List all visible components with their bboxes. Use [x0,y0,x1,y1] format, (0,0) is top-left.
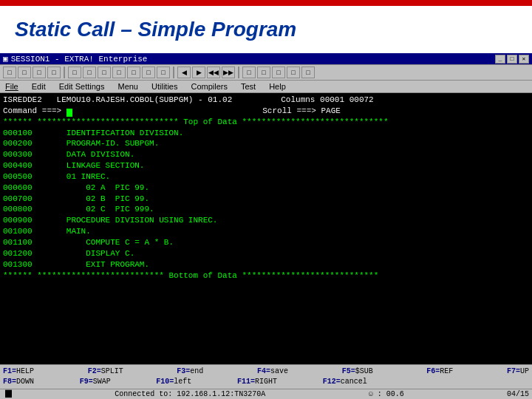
toolbar-btn-20[interactable]: □ [301,66,315,78]
toolbar-btn-1[interactable]: □ [3,66,16,78]
fkey-f11[interactable]: F11=RIGHT [237,377,277,387]
fkey-f10[interactable]: F10=left [156,377,191,387]
fkey-f5[interactable]: F5=$SUB [342,366,373,377]
fkey-f9[interactable]: F9=SWAP [80,377,111,387]
code-line-10: 001000 MAIN. [3,226,529,237]
connected-text: Connected to: 192.168.1.12:TN3270A [115,390,265,398]
toolbar-btn-3[interactable]: □ [33,66,46,78]
code-line-6: 000600 02 A PIC 99. [3,183,529,194]
code-line-9: 000900 PROCEDURE DIVISION USING INREC. [3,215,529,226]
fkey-f1[interactable]: F1=HELP [3,366,34,377]
separator-top: ****** ***************************** Top… [3,117,529,128]
fkey-f6[interactable]: F6=REF [426,366,453,377]
toolbar-btn-8[interactable]: □ [112,66,126,78]
code-line-1: 000100 IDENTIFICATION DIVISION. [3,128,529,139]
code-line-7: 000700 02 B PIC 99. [3,194,529,205]
toolbar-btn-16[interactable]: □ [242,66,256,78]
maximize-button[interactable]: □ [507,55,517,64]
menu-utilities[interactable]: Utilities [149,81,180,92]
toolbar-btn-19[interactable]: □ [287,66,300,78]
toolbar-btn-5[interactable]: □ [68,66,81,78]
toolbar-btn-9[interactable]: □ [127,66,140,78]
menu-bar: File Edit Edit Settings Menu Utilities C… [0,81,532,93]
toolbar-separator-2 [173,66,174,78]
toolbar-separator-3 [238,66,239,78]
close-button[interactable]: ✕ [519,55,529,64]
menu-test[interactable]: Test [239,81,258,92]
toolbar-btn-10[interactable]: □ [142,66,155,78]
status-bar: ▐█ Connected to: 192.168.1.12:TN3270A ☺ … [0,389,532,399]
menu-file[interactable]: File [3,81,21,92]
toolbar-btn-15[interactable]: ▶▶ [222,66,235,78]
fkey-f7[interactable]: F7=UP [507,366,529,377]
slide-title: Static Call – Simple Program [15,18,296,41]
window-controls[interactable]: _ □ ✕ [495,55,529,64]
separator-bottom: ****** ************************** Bottom… [3,270,529,282]
toolbar-btn-18[interactable]: □ [272,66,285,78]
toolbar-btn-12[interactable]: ◀ [177,66,191,78]
menu-edit[interactable]: Edit [30,81,48,92]
code-line-3: 000300 DATA DIVISION. [3,149,529,160]
fkey-blank-2 [494,377,529,387]
window-title-left: ▣ SESSION1 - EXTRA! Enterprise [3,54,147,64]
code-line-8: 000800 02 C PIC 999. [3,204,529,215]
fkey-row-2: F8=DOWN F9=SWAP F10=left F11=RIGHT F12=c… [3,377,529,387]
menu-edit-settings[interactable]: Edit Settings [57,81,107,92]
toolbar-btn-6[interactable]: □ [83,66,96,78]
code-line-4: 000400 LINKAGE SECTION. [3,160,529,171]
fkey-area: F1=HELP F2=SPLIT F3=end F4=save F5=$SUB … [0,364,532,389]
command-line[interactable]: Command ===> Scroll ===> PAGE [3,106,529,117]
title-area: Static Call – Simple Program [0,0,532,53]
menu-compilers[interactable]: Compilers [188,81,230,92]
window-title-text: SESSION1 - EXTRA! Enterprise [11,55,148,64]
toolbar-btn-7[interactable]: □ [98,66,111,78]
minimize-button[interactable]: _ [495,55,505,64]
status-left: ▐█ [3,390,12,398]
menu-help[interactable]: Help [267,81,288,92]
toolbar-btn-17[interactable]: □ [257,66,270,78]
fkey-row-1: F1=HELP F2=SPLIT F3=end F4=save F5=$SUB … [3,366,529,377]
toolbar-btn-11[interactable]: □ [157,66,170,78]
fkey-f3[interactable]: F3=end [177,366,203,377]
code-line-5: 000500 01 INREC. [3,171,529,183]
fkey-f4[interactable]: F4=save [257,366,288,377]
toolbar-btn-2[interactable]: □ [18,66,31,78]
status-center: ☺ : 00.6 [369,390,404,398]
fkey-f8[interactable]: F8=DOWN [3,377,34,387]
code-line-2: 000200 PROGRAM-ID. SUBPGM. [3,138,529,149]
blank-line-2 [3,292,529,303]
toolbar-btn-14[interactable]: ◀◀ [207,66,220,78]
toolbar: □ □ □ □ □ □ □ □ □ □ □ ◀ ▶ ◀◀ ▶▶ □ □ □ □ … [0,65,532,81]
terminal-content[interactable]: ISREDDE2 LEMOU10.RAJESH.COBOL(SUBPGM) - … [0,93,532,364]
status-right: 04/15 [507,390,529,398]
terminal-window: ▣ SESSION1 - EXTRA! Enterprise _ □ ✕ □ □… [0,53,532,399]
code-line-13: 001300 EXIT PROGRAM. [3,259,529,270]
blank-line [3,281,529,292]
toolbar-btn-4[interactable]: □ [47,66,61,78]
code-line-11: 001100 COMPUTE C = A * B. [3,237,529,248]
menu-menu[interactable]: Menu [115,81,140,92]
info-line: ISREDDE2 LEMOU10.RAJESH.COBOL(SUBPGM) - … [3,95,529,106]
toolbar-separator-1 [64,66,65,78]
toolbar-btn-13[interactable]: ▶ [192,66,205,78]
window-title-bar: ▣ SESSION1 - EXTRA! Enterprise _ □ ✕ [0,53,532,65]
window-icon: ▣ [3,54,8,64]
blank-line-3 [3,303,529,314]
fkey-f2[interactable]: F2=SPLIT [88,366,123,377]
cursor [66,109,72,117]
code-line-12: 001200 DISPLAY C. [3,248,529,259]
fkey-blank-1 [412,377,448,387]
fkey-f12[interactable]: F12=cancel [323,377,367,387]
